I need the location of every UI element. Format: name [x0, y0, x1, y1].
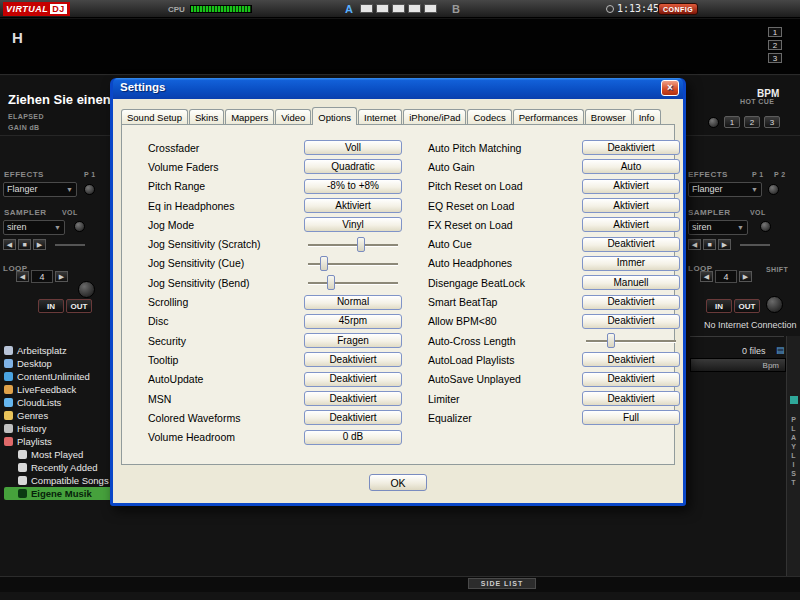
setting-slider[interactable] [304, 237, 402, 252]
hot-cue-1-button[interactable]: 1 [724, 116, 740, 128]
hot-cue-3-button[interactable]: 3 [764, 116, 780, 128]
setting-value-button[interactable]: Quadratic [304, 159, 402, 174]
setting-value-button[interactable]: Aktiviert [582, 198, 680, 213]
effect-select[interactable]: Flanger▼ [688, 182, 762, 197]
loop-in-button[interactable]: IN [706, 299, 732, 313]
cloud-icon [4, 398, 13, 407]
tab-sound-setup[interactable]: Sound Setup [121, 109, 188, 124]
settings-dialog: Settings × Sound SetupSkinsMappersVideoO… [110, 78, 686, 506]
setting-value-button[interactable]: Deaktiviert [582, 295, 680, 310]
setting-value-button[interactable]: Deaktiviert [304, 352, 402, 367]
loop-increase-button[interactable]: ▶ [55, 271, 68, 282]
slider-thumb[interactable] [320, 256, 328, 271]
tab-video[interactable]: Video [275, 109, 311, 124]
effect-select[interactable]: Flanger▼ [3, 182, 77, 197]
divider [690, 336, 784, 337]
settings-row: LimiterDeaktiviert [428, 389, 680, 408]
config-button[interactable]: CONFIG [658, 3, 698, 15]
tab-internet[interactable]: Internet [358, 109, 402, 124]
sampler-mini-slider[interactable] [740, 244, 770, 246]
setting-value-button[interactable]: Immer [582, 256, 680, 271]
playlist-side-strip[interactable]: PLAYLIST [786, 336, 800, 586]
setting-slider[interactable] [304, 256, 402, 271]
tab-performances[interactable]: Performances [513, 109, 584, 124]
setting-value-button[interactable]: Aktiviert [304, 198, 402, 213]
effect-param-knob[interactable] [768, 184, 779, 195]
sampler-vol-knob[interactable] [760, 221, 771, 232]
settings-row: CrossfaderVoll [148, 138, 402, 157]
loop-knob[interactable] [766, 296, 783, 313]
setting-value-button[interactable]: Auto [582, 159, 680, 174]
globe-icon [4, 372, 13, 381]
slider-thumb[interactable] [357, 237, 365, 252]
slider-thumb[interactable] [327, 275, 335, 290]
setting-value-button[interactable]: Voll [304, 140, 402, 155]
virtualdj-logo: VIRTUALDJ [3, 2, 70, 16]
setting-value-button[interactable]: Deaktiviert [304, 391, 402, 406]
loop-out-button[interactable]: OUT [734, 299, 760, 313]
tab-iphone-ipad[interactable]: iPhone/iPad [403, 109, 466, 124]
setting-value-button[interactable]: Deaktiviert [304, 410, 402, 425]
setting-value-button[interactable]: Full [582, 410, 680, 425]
ok-button[interactable]: OK [369, 474, 427, 491]
setting-value-button[interactable]: Deaktiviert [582, 391, 680, 406]
setting-label: Disc [148, 315, 168, 327]
tab-skins[interactable]: Skins [189, 109, 224, 124]
setting-value-button[interactable]: Deaktiviert [582, 140, 680, 155]
setting-value-button[interactable]: Deaktiviert [304, 372, 402, 387]
effects-label: EFFECTS [688, 170, 728, 179]
sampler-select[interactable]: siren▼ [688, 220, 748, 235]
sampler-play-button[interactable]: ▶ [33, 239, 46, 250]
sampler-prev-button[interactable]: ◀ [3, 239, 16, 250]
setting-value-button[interactable]: 0 dB [304, 430, 402, 445]
dialog-titlebar[interactable]: Settings × [113, 78, 683, 99]
setting-slider[interactable] [582, 333, 680, 348]
beat-marker-3: 3 [768, 53, 782, 63]
settings-row: Auto Pitch MatchingDeaktiviert [428, 138, 680, 157]
effect-param-knob[interactable] [84, 184, 95, 195]
sampler-stop-button[interactable]: ■ [18, 239, 31, 250]
loop-increase-button[interactable]: ▶ [739, 271, 752, 282]
side-list-tab[interactable]: SIDE LIST [468, 578, 536, 589]
hot-cue-2-button[interactable]: 2 [744, 116, 760, 128]
loop-decrease-button[interactable]: ◀ [700, 271, 713, 282]
setting-value-button[interactable]: Normal [304, 295, 402, 310]
sampler-select[interactable]: siren▼ [3, 220, 65, 235]
hot-cue-label: HOT CUE [740, 98, 774, 105]
playlist-icon [18, 476, 27, 485]
setting-value-button[interactable]: Fragen [304, 333, 402, 348]
sampler-play-button[interactable]: ▶ [718, 239, 731, 250]
loop-knob[interactable] [78, 281, 95, 298]
tab-info[interactable]: Info [633, 109, 661, 124]
setting-value-button[interactable]: Aktiviert [582, 179, 680, 194]
setting-label: Eq in Headphones [148, 200, 234, 212]
settings-row: Volume FadersQuadratic [148, 157, 402, 176]
setting-label: Allow BPM<80 [428, 315, 497, 327]
waveform-display[interactable]: H 123 [0, 19, 800, 75]
sampler-prev-button[interactable]: ◀ [688, 239, 701, 250]
setting-value-button[interactable]: Aktiviert [582, 217, 680, 232]
setting-value-button[interactable]: Deaktiviert [582, 372, 680, 387]
setting-value-button[interactable]: Deaktiviert [582, 314, 680, 329]
hot-cue-knob[interactable] [708, 117, 719, 128]
setting-value-button[interactable]: 45rpm [304, 314, 402, 329]
setting-value-button[interactable]: -8% to +8% [304, 179, 402, 194]
setting-value-button[interactable]: Deaktiviert [582, 237, 680, 252]
sampler-stop-button[interactable]: ■ [703, 239, 716, 250]
loop-in-button[interactable]: IN [38, 299, 64, 313]
setting-value-button[interactable]: Deaktiviert [582, 352, 680, 367]
bpm-column-header[interactable]: Bpm [690, 358, 786, 372]
setting-value-button[interactable]: Manuell [582, 275, 680, 290]
sampler-vol-knob[interactable] [74, 221, 85, 232]
tab-mappers[interactable]: Mappers [225, 109, 274, 124]
tab-options[interactable]: Options [312, 107, 357, 125]
sampler-mini-slider[interactable] [55, 244, 85, 246]
setting-value-button[interactable]: Vinyl [304, 217, 402, 232]
tab-codecs[interactable]: Codecs [467, 109, 511, 124]
setting-slider[interactable] [304, 275, 402, 290]
loop-out-button[interactable]: OUT [66, 299, 92, 313]
close-icon[interactable]: × [661, 80, 679, 96]
tab-browser[interactable]: Browser [585, 109, 632, 124]
loop-decrease-button[interactable]: ◀ [16, 271, 29, 282]
slider-thumb[interactable] [607, 333, 615, 348]
